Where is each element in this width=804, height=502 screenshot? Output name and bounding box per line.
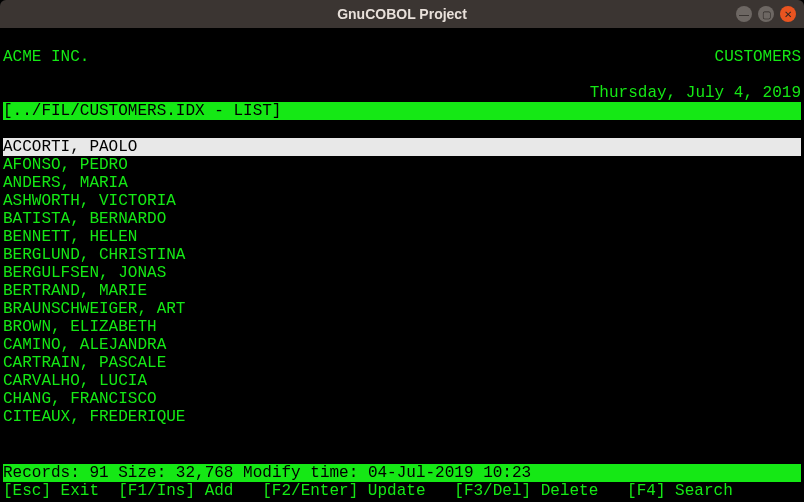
- minimize-icon[interactable]: —: [736, 6, 752, 22]
- list-item[interactable]: BENNETT, HELEN: [3, 228, 801, 246]
- record-list[interactable]: ACCORTI, PAOLOAFONSO, PEDROANDERS, MARIA…: [3, 138, 801, 426]
- location-text: [../FIL/CUSTOMERS.IDX - LIST]: [3, 102, 281, 120]
- fn-key[interactable]: [Esc] Exit: [3, 482, 118, 500]
- list-item[interactable]: BERGULFSEN, JONAS: [3, 264, 801, 282]
- fn-key[interactable]: [F2/Enter] Update: [262, 482, 454, 500]
- window-title: GnuCOBOL Project: [337, 6, 467, 22]
- current-date: Thursday, July 4, 2019: [590, 84, 801, 102]
- list-item[interactable]: CARVALHO, LUCIA: [3, 372, 801, 390]
- status-size: 32,768: [176, 464, 234, 482]
- status-records: 91: [89, 464, 108, 482]
- list-item[interactable]: BERGLUND, CHRISTINA: [3, 246, 801, 264]
- list-item[interactable]: CITEAUX, FREDERIQUE: [3, 408, 801, 426]
- header-row: ACME INC. CUSTOMERS: [3, 48, 801, 66]
- status-modify-label: Modify time:: [243, 464, 358, 482]
- list-item[interactable]: ACCORTI, PAOLO: [3, 138, 801, 156]
- list-item[interactable]: CHANG, FRANCISCO: [3, 390, 801, 408]
- blank-row: [3, 426, 801, 444]
- titlebar: GnuCOBOL Project — ▢ ✕: [0, 0, 804, 28]
- location-bar: [../FIL/CUSTOMERS.IDX - LIST]: [3, 102, 801, 120]
- list-item[interactable]: BERTRAND, MARIE: [3, 282, 801, 300]
- close-icon[interactable]: ✕: [780, 6, 796, 22]
- terminal: ACME INC. CUSTOMERS Thursday, July 4, 20…: [0, 28, 804, 502]
- company-name: ACME INC.: [3, 48, 89, 66]
- blank-row: [3, 30, 801, 48]
- list-item[interactable]: ANDERS, MARIA: [3, 174, 801, 192]
- list-item[interactable]: BRAUNSCHWEIGER, ART: [3, 300, 801, 318]
- blank-row: [3, 66, 801, 84]
- function-key-bar: [Esc] Exit [F1/Ins] Add [F2/Enter] Updat…: [3, 482, 801, 500]
- list-item[interactable]: CARTRAIN, PASCALE: [3, 354, 801, 372]
- fn-key[interactable]: [F3/Del] Delete: [454, 482, 627, 500]
- blank-row: [3, 120, 801, 138]
- list-item[interactable]: BATISTA, BERNARDO: [3, 210, 801, 228]
- list-item[interactable]: CAMINO, ALEJANDRA: [3, 336, 801, 354]
- list-item[interactable]: AFONSO, PEDRO: [3, 156, 801, 174]
- maximize-icon[interactable]: ▢: [758, 6, 774, 22]
- status-modify: 04-Jul-2019 10:23: [368, 464, 531, 482]
- date-row: Thursday, July 4, 2019: [3, 84, 801, 102]
- list-item[interactable]: ASHWORTH, VICTORIA: [3, 192, 801, 210]
- window-controls: — ▢ ✕: [736, 6, 796, 22]
- module-name: CUSTOMERS: [715, 48, 801, 66]
- fn-key[interactable]: [F4] Search: [627, 482, 733, 500]
- fn-key[interactable]: [F1/Ins] Add: [118, 482, 262, 500]
- status-records-label: Records:: [3, 464, 80, 482]
- list-item[interactable]: BROWN, ELIZABETH: [3, 318, 801, 336]
- status-size-label: Size:: [118, 464, 166, 482]
- spacer: [3, 444, 801, 464]
- status-bar: Records: 91 Size: 32,768 Modify time: 04…: [3, 464, 801, 482]
